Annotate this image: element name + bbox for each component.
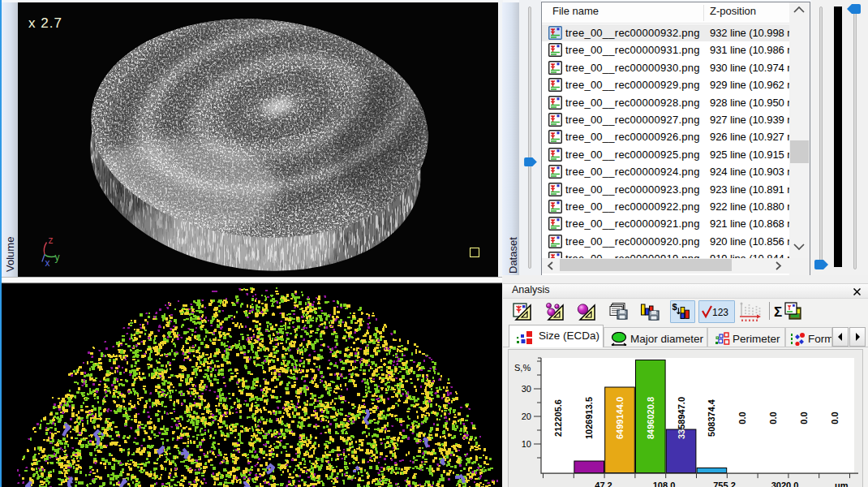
- svg-text:0.0: 0.0: [830, 412, 840, 424]
- svg-text:$: $: [672, 302, 677, 312]
- svg-text:30: 30: [522, 384, 531, 394]
- svg-text:um: um: [835, 481, 849, 487]
- svg-text:0.0: 0.0: [768, 412, 778, 424]
- svg-text:508374.4: 508374.4: [707, 399, 716, 437]
- svg-text:1026913.5: 1026913.5: [584, 397, 594, 439]
- svg-text:0.0: 0.0: [799, 412, 809, 424]
- svg-text:z: z: [49, 235, 54, 246]
- svg-text:S,%: S,%: [514, 363, 531, 373]
- svg-text:20: 20: [522, 412, 531, 421]
- svg-text:x: x: [45, 257, 50, 269]
- svg-text:108.0: 108.0: [653, 481, 676, 487]
- svg-text:Σ: Σ: [774, 304, 782, 320]
- svg-text:3020.0: 3020.0: [771, 481, 799, 487]
- svg-text:10: 10: [522, 439, 531, 449]
- svg-text:6499144.0: 6499144.0: [615, 397, 625, 439]
- svg-text:212205.6: 212205.6: [553, 399, 563, 437]
- svg-text:8496020.8: 8496020.8: [646, 397, 655, 439]
- svg-text:y: y: [55, 252, 60, 263]
- svg-text:47.2: 47.2: [595, 481, 612, 487]
- svg-text:755.2: 755.2: [713, 481, 736, 487]
- svg-text:123: 123: [712, 307, 728, 318]
- svg-text:0.0: 0.0: [737, 412, 747, 424]
